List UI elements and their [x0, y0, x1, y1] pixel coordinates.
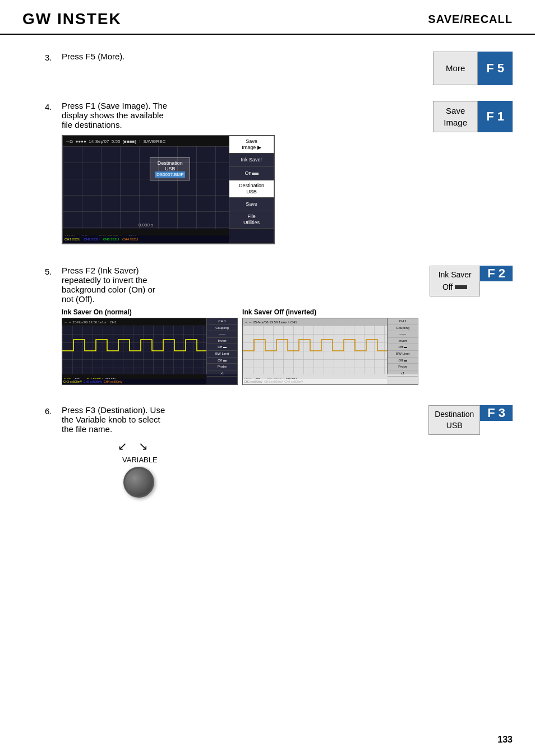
f2-label: Ink Saver Off [430, 266, 480, 296]
f2-num-text: F 2 [487, 266, 505, 281]
dest-overlay: Destination USB DS0007.BMP [150, 157, 190, 180]
step-4: 4. Press F1 (Save Image). The display sh… [34, 101, 513, 250]
normal-scope-ch: CH2 ≡≡500mV CH2 ≡≡500mV CH4 ≡≡500mV [62, 379, 206, 384]
scope-menu-file-util[interactable]: FileUtilities [229, 211, 274, 229]
step-5: 5. Press F2 (Ink Saver) repeatedly to in… [34, 266, 513, 389]
step-4-number: 4. [45, 101, 62, 112]
inv-menu-off2: Off ▬ [388, 358, 418, 364]
f3-number: F 3 [480, 405, 513, 421]
normal-menu-bwlimit: Off ▬ [207, 344, 237, 351]
step-3-text: Press F5 (More). [62, 52, 422, 61]
f1-button-pair[interactable]: Save Image F 1 [433, 101, 513, 132]
logo-text: GW INSTEK [22, 10, 122, 27]
dest-text-2: USB [155, 166, 185, 171]
inv-menu-off1: Off ▬ [388, 344, 418, 351]
f5-num-text: F 5 [486, 61, 504, 76]
normal-scope-waveform [62, 326, 206, 374]
f5-label: More [433, 52, 478, 85]
scope-menu-ink-saver[interactable]: Ink Saver [229, 154, 274, 167]
normal-menu-probe2: Probe [207, 364, 237, 370]
f1-label-image: Image [444, 117, 467, 128]
scope-menu-save[interactable]: Save [229, 198, 274, 211]
normal-menu-invert: ------ [207, 331, 237, 338]
section-title: SAVE/RECALL [428, 13, 513, 26]
f5-button-pair[interactable]: More F 5 [433, 52, 513, 85]
variable-label: VARIABLE [122, 456, 158, 464]
variable-knob[interactable] [123, 467, 154, 498]
normal-scope: → ↔ 25-Nov'06 13:56 1x/us ↑ CH1 CH 1 Cou… [62, 318, 238, 385]
step-3-number: 3. [45, 52, 62, 62]
f1-num-text: F 1 [486, 109, 504, 124]
inverted-scope-menu: CH 1 Coupling ------ Invert Off ▬ BW Lim… [387, 318, 418, 374]
scope-top-bar-text: →Ω ●●●● 14-Sep'07 5:55 [■■■■] ↑ SAVE/REC [65, 139, 165, 144]
step-5-number: 5. [45, 266, 62, 276]
normal-menu-coupling: CH 1 [207, 318, 237, 325]
f3-label-dest: Destination [435, 409, 474, 420]
f1-label-save: Save [446, 105, 465, 117]
arrow-left: ↙ [118, 439, 127, 453]
step-6-text-1: Press F3 (Destination). Use [62, 405, 417, 415]
inverted-scope-waveform [243, 326, 387, 374]
step-5-text-4: not (Off). [62, 294, 418, 304]
inverted-waveform-svg [243, 326, 387, 374]
scope-menu-destination[interactable]: DestinationUSB [229, 180, 274, 198]
logo: GW INSTEK [22, 10, 122, 28]
step-5-text-1: Press F2 (Ink Saver) [62, 266, 418, 275]
variable-area: ↙ ↘ VARIABLE [118, 439, 417, 498]
scope-grid: Destination USB DS0007.BMP 0.000 s [63, 146, 229, 229]
step-4-text-1: Press F1 (Save Image). The [62, 101, 422, 110]
normal-menu-invert2: Invert [207, 338, 237, 345]
step-5-content: Press F2 (Ink Saver) repeatedly to inver… [62, 266, 418, 389]
step-5-text-2: repeatedly to invert the [62, 275, 418, 285]
scope-grid-lines [63, 146, 229, 229]
step-6-content: Press F3 (Destination). Use the Variable… [62, 405, 417, 498]
page-number: 133 [497, 735, 513, 745]
step-4-fkey: Save Image F 1 [433, 101, 513, 132]
normal-scope-top-text: → ↔ 25-Nov'06 13:56 1x/us ↑ CH1 [64, 321, 117, 324]
step-5-text-3: background color (On) or [62, 285, 418, 294]
f5-number: F 5 [478, 52, 513, 85]
off-bar-icon [455, 285, 467, 289]
step-5-fkey: Ink Saver Off F 2 [430, 266, 513, 296]
step-4-text-2: display shows the available [62, 110, 422, 120]
main-content: 3. Press F5 (More). More F 5 4. Press F1… [0, 40, 535, 525]
scope-menu-save-image[interactable]: SaveImage ▶ [229, 136, 274, 154]
scope-menu: SaveImage ▶ Ink Saver On DestinationUSB … [229, 136, 274, 229]
step-3-content: Press F5 (More). [62, 52, 422, 61]
step-6-number: 6. [45, 405, 62, 416]
scope-menu-on[interactable]: On [229, 167, 274, 180]
step-4-content: Press F1 (Save Image). The display shows… [62, 101, 422, 250]
normal-scope-label: Ink Saver On (normal) [62, 308, 238, 316]
f2-button-pair[interactable]: Ink Saver Off F 2 [430, 266, 513, 296]
f3-label: Destination USB [428, 405, 480, 435]
arrow-right: ↘ [139, 439, 148, 453]
f3-label-usb: USB [446, 420, 463, 432]
dest-text-1: Destination [155, 160, 185, 166]
scope-display-step4: →Ω ●●●● 14-Sep'07 5:55 [■■■■] ↑ SAVE/REC… [62, 135, 275, 244]
inv-menu-bwlimit: BW Limit [388, 351, 418, 358]
inv-menu-x1: x1 [388, 370, 418, 377]
inverted-scope: → ↔ 25-Nov'06 13:56 1x/us ↑ CH1 CH 1 Cou… [242, 318, 418, 385]
f2-label-off: Off [442, 282, 453, 293]
f2-label-ink: Ink Saver [439, 270, 472, 281]
step-6-text-2: the Variable knob to select [62, 415, 417, 424]
f1-number: F 1 [478, 101, 513, 132]
normal-scope-menu: CH 1 Coupling ------ Invert Off ▬ BW Lim… [206, 318, 237, 374]
step-4-text-3: file destinations. [62, 120, 422, 129]
inv-menu-probe: Probe [388, 364, 418, 370]
f3-num-text: F 3 [487, 406, 505, 420]
dest-text-3: DS0007.BMP [155, 171, 185, 178]
inverted-scope-ch: CH2 ≡≡500mV CH2 ≡≡500mV CH4 ≡≡500mV [243, 379, 387, 384]
normal-waveform-svg [62, 326, 206, 374]
f3-button-pair[interactable]: Destination USB F 3 [428, 405, 513, 435]
normal-scope-wrap: Ink Saver On (normal) → ↔ 25-Nov'06 13:5… [62, 308, 238, 385]
inv-menu-coupling: Coupling [388, 325, 418, 332]
page-header: GW INSTEK SAVE/RECALL [0, 0, 535, 35]
step-6-text-3: the file name. [62, 424, 417, 434]
f1-label: Save Image [433, 101, 478, 132]
scope-time-label: 0.000 s [139, 222, 153, 228]
inv-menu-dash: ------ [388, 331, 418, 338]
step-6: 6. Press F3 (Destination). Use the Varia… [34, 405, 513, 498]
f2-number: F 2 [480, 266, 513, 281]
inv-menu-invert: Invert [388, 338, 418, 345]
